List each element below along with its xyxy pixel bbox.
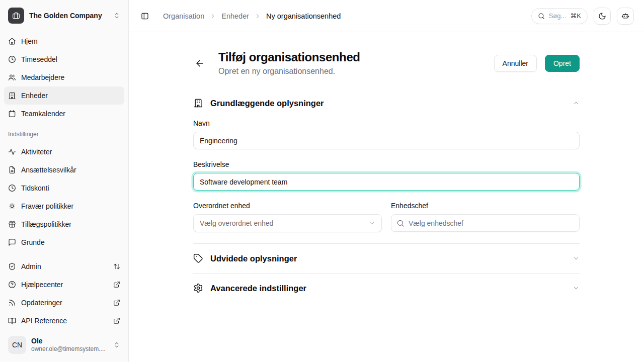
theme-toggle-button[interactable] xyxy=(594,8,611,25)
section-basic-info: Grundlæggende oplysninger Navn Beskrivel… xyxy=(193,98,580,232)
chevron-right-icon xyxy=(254,13,261,20)
page-content: Tilføj organisationsenhed Opret en ny or… xyxy=(193,32,580,303)
sidebar-toggle-button[interactable] xyxy=(138,9,152,23)
sidebar-item-opdateringer[interactable]: Opdateringer xyxy=(4,294,124,312)
parent-unit-placeholder: Vælg overordnet enhed xyxy=(200,219,368,227)
arrow-left-icon xyxy=(195,58,205,68)
shield-check-icon xyxy=(8,262,16,270)
rss-icon xyxy=(8,299,16,307)
page-header: Tilføj organisationsenhed Opret en ny or… xyxy=(193,50,580,76)
back-button[interactable] xyxy=(193,57,206,70)
chevron-down-icon xyxy=(573,255,580,262)
search-icon xyxy=(538,13,545,20)
settings-group-label: Indstillinger xyxy=(0,123,128,142)
sidebar-item-ansaettelsesvilkaar[interactable]: Ansættelsesvilkår xyxy=(4,161,124,179)
help-circle-icon xyxy=(8,281,16,289)
sidebar-item-label: Tillægspolitikker xyxy=(21,220,71,228)
users-icon xyxy=(8,73,16,81)
field-unit-manager: Enhedschef xyxy=(391,202,580,232)
sidebar-item-label: Enheder xyxy=(21,92,48,100)
sidebar-item-tillaegspolitikker[interactable]: Tillægspolitikker xyxy=(4,215,124,233)
unit-manager-label: Enhedschef xyxy=(391,202,580,210)
book-open-icon xyxy=(8,317,16,325)
parent-unit-select[interactable]: Vælg overordnet enhed xyxy=(193,214,382,232)
description-input[interactable] xyxy=(193,173,580,191)
page-title: Tilføj organisationsenhed xyxy=(218,50,494,64)
sidebar-item-label: API Reference xyxy=(21,317,67,325)
chevron-down-icon xyxy=(368,220,375,227)
sidebar-item-timeseddel[interactable]: Timeseddel xyxy=(4,50,124,68)
panel-left-icon xyxy=(141,12,149,20)
user-email: owner.ole@timemsystem.... xyxy=(31,345,108,353)
chevron-down-icon xyxy=(573,285,580,292)
unit-manager-input[interactable] xyxy=(391,214,580,232)
clock-icon xyxy=(8,55,16,63)
clock-icon xyxy=(8,184,16,192)
submit-button[interactable]: Opret xyxy=(545,55,580,72)
user-menu[interactable]: CN Ole owner.ole@timemsystem.... xyxy=(4,333,124,357)
sidebar-item-fravaer-politikker[interactable]: Fravær politikker xyxy=(4,197,124,215)
sidebar-item-teamkalender[interactable]: Teamkalender xyxy=(4,105,124,123)
sidebar-item-hjaelpecenter[interactable]: Hjælpecenter xyxy=(4,276,124,294)
parent-unit-label: Overordnet enhed xyxy=(193,202,382,210)
cancel-button[interactable]: Annuller xyxy=(494,55,537,72)
sidebar-item-hjem[interactable]: Hjem xyxy=(4,32,124,50)
sidebar-item-label: Teamkalender xyxy=(21,110,65,118)
building-icon xyxy=(193,98,203,108)
sidebar-item-label: Hjem xyxy=(21,37,38,45)
sidebar-item-tidskonti[interactable]: Tidskonti xyxy=(4,179,124,197)
field-row: Overordnet enhed Vælg overordnet enhed E… xyxy=(193,202,580,232)
field-description: Beskrivelse xyxy=(193,160,580,191)
sidebar-item-label: Medarbejdere xyxy=(21,73,64,81)
sidebar-item-admin[interactable]: Admin xyxy=(4,257,124,276)
name-input[interactable] xyxy=(193,132,580,149)
sidebar-item-medarbejdere[interactable]: Medarbejdere xyxy=(4,68,124,86)
sidebar-item-aktiviteter[interactable]: Aktiviteter xyxy=(4,143,124,161)
unit-manager-search xyxy=(391,214,580,232)
breadcrumb-current: Ny organisationsenhed xyxy=(266,12,341,20)
sidebar-item-enheder[interactable]: Enheder xyxy=(4,86,124,105)
briefcase-icon xyxy=(8,8,24,24)
section-basic-header[interactable]: Grundlæggende oplysninger xyxy=(193,98,580,108)
global-search-button[interactable]: Søg... ⌘K xyxy=(531,8,588,24)
sidebar-item-label: Timeseddel xyxy=(21,55,57,63)
company-switcher[interactable]: The Golden Company xyxy=(0,0,128,31)
moon-icon xyxy=(598,12,606,20)
home-icon xyxy=(8,37,16,45)
section-extended-header[interactable]: Udvidede oplysninger xyxy=(193,244,580,274)
page-subtitle: Opret en ny organisationsenhed. xyxy=(218,67,494,76)
sidebar-item-grunde[interactable]: Grunde xyxy=(4,233,124,251)
section-title: Udvidede oplysninger xyxy=(210,254,297,263)
user-meta: Ole owner.ole@timemsystem.... xyxy=(31,337,108,353)
search-shortcut: ⌘K xyxy=(570,12,581,20)
company-name: The Golden Company xyxy=(29,12,108,20)
building-icon xyxy=(8,92,16,100)
sidebar-item-label: Opdateringer xyxy=(21,299,62,307)
activity-icon xyxy=(8,148,16,156)
external-link-icon xyxy=(113,317,120,324)
name-label: Navn xyxy=(193,119,580,127)
breadcrumb-item-enheder[interactable]: Enheder xyxy=(221,12,249,20)
sun-icon xyxy=(8,202,16,210)
topbar-actions: Søg... ⌘K xyxy=(531,8,634,25)
sidebar-item-api-reference[interactable]: API Reference xyxy=(4,312,124,330)
chevrons-up-down-icon xyxy=(113,341,120,348)
description-label: Beskrivelse xyxy=(193,160,580,168)
breadcrumb-item-organisation[interactable]: Organisation xyxy=(163,12,204,20)
section-title: Avancerede indstillinger xyxy=(210,284,306,293)
external-link-icon xyxy=(113,299,120,306)
page-actions: Annuller Opret xyxy=(494,55,580,72)
gear-icon xyxy=(193,283,203,293)
breadcrumb: Organisation Enheder Ny organisationsenh… xyxy=(163,12,341,20)
app-window: The Golden Company Hjem Timeseddel Medar… xyxy=(0,0,644,362)
sidebar-settings-nav: Aktiviteter Ansættelsesvilkår Tidskonti … xyxy=(0,142,128,251)
sidebar-item-label: Fravær politikker xyxy=(21,202,73,210)
sidebar-item-label: Aktiviteter xyxy=(21,148,52,156)
title-block: Tilføj organisationsenhed Opret en ny or… xyxy=(218,50,494,76)
assistant-button[interactable] xyxy=(617,8,634,25)
section-title: Grundlæggende oplysninger xyxy=(210,99,324,108)
tag-icon xyxy=(193,253,203,263)
chevron-up-icon xyxy=(573,100,580,107)
section-advanced-header[interactable]: Avancerede indstillinger xyxy=(193,274,580,303)
chevron-right-icon xyxy=(209,13,216,20)
